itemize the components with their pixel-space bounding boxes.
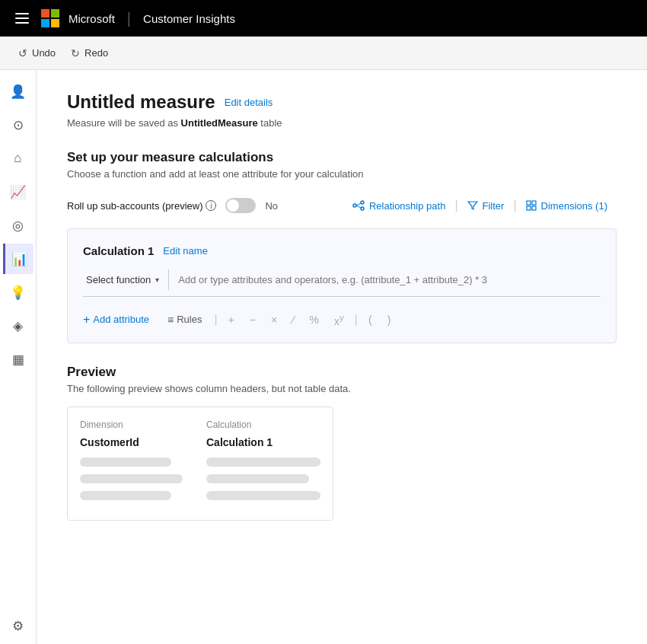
main-layout: 👤 ⊙ ⌂ 📈 ◎ 📊 💡 ◈ ▦ ⚙ <box>0 70 647 644</box>
sidebar-item-people[interactable]: 👤 <box>3 76 33 107</box>
settings-icon: ⚙ <box>12 618 24 634</box>
redo-button[interactable]: ↻ Redo <box>65 44 114 62</box>
sidebar-item-home[interactable]: ⌂ <box>3 143 33 174</box>
dimensions-icon <box>526 200 537 211</box>
preview-columns: Dimension CustomerId Calculation Calcula… <box>80 419 320 508</box>
formula-input[interactable] <box>169 269 601 290</box>
rules-button[interactable]: ≡ Rules <box>161 311 208 329</box>
analytics-icon: 📈 <box>10 184 26 200</box>
globe-icon: ◎ <box>12 218 24 234</box>
bulb-icon: 💡 <box>10 285 26 301</box>
select-function-dropdown[interactable]: Select function ▾ <box>83 269 169 290</box>
filter-button[interactable]: Filter <box>458 196 514 216</box>
filter-label: Filter <box>483 200 505 212</box>
rollup-row: Roll up sub-accounts (preview) i No Rela… <box>67 195 617 216</box>
skeleton-row-1b <box>206 457 320 467</box>
dimensions-button[interactable]: Dimensions (1) <box>517 196 617 216</box>
sidebar-item-globe[interactable]: ◎ <box>3 210 33 241</box>
section-subtitle: Choose a function and add at least one a… <box>67 168 617 180</box>
person-icon: 👤 <box>10 84 26 100</box>
calc-header: Calculation 1 Edit name <box>83 244 601 257</box>
product-name: Customer Insights <box>143 12 235 25</box>
sidebar-item-data[interactable]: ▦ <box>3 344 33 375</box>
relationship-path-button[interactable]: Relationship path <box>343 195 454 216</box>
svg-point-1 <box>361 201 364 204</box>
op-multiply-button[interactable]: × <box>266 311 282 329</box>
calc-toolbar: + Add attribute ≡ Rules | + − × ∕ % xy |… <box>83 306 601 330</box>
microsoft-logo <box>41 9 59 27</box>
svg-point-0 <box>353 204 356 207</box>
subtitle: Measure will be saved as UntitledMeasure… <box>67 117 617 129</box>
preview-calculation-col: Calculation Calculation 1 <box>206 419 320 508</box>
preview-dimension-col: Dimension CustomerId <box>80 419 194 508</box>
chevron-down-icon: ▾ <box>155 276 159 284</box>
op-lparen-button[interactable]: ( <box>364 311 377 329</box>
op-plus-button[interactable]: + <box>224 311 239 329</box>
calc-inputs-row: Select function ▾ <box>83 269 601 297</box>
add-attribute-button[interactable]: + Add attribute <box>83 310 155 330</box>
page-title-row: Untitled measure Edit details <box>67 91 617 113</box>
subtitle-table: UntitledMeasure <box>181 117 258 129</box>
rollup-label-text: Roll up sub-accounts (preview) <box>67 200 202 212</box>
filter-icon <box>467 200 478 211</box>
op-power-button[interactable]: xy <box>330 309 349 330</box>
subtitle-prefix: Measure will be saved as <box>67 117 181 129</box>
svg-point-2 <box>361 207 364 210</box>
sidebar-item-bulb[interactable]: 💡 <box>3 277 33 308</box>
preview-dimension-value: CustomerId <box>80 436 194 448</box>
op-rparen-button[interactable]: ) <box>383 311 396 329</box>
rollup-info-icon[interactable]: i <box>206 200 216 211</box>
sidebar-item-settings[interactable]: ⚙ <box>3 614 33 644</box>
redo-label: Redo <box>84 47 108 59</box>
rollup-toggle[interactable] <box>225 198 256 213</box>
svg-rect-7 <box>527 206 531 210</box>
add-attribute-label: Add attribute <box>93 314 149 325</box>
sidebar: 👤 ⊙ ⌂ 📈 ◎ 📊 💡 ◈ ▦ ⚙ <box>0 70 37 644</box>
svg-line-4 <box>356 206 361 208</box>
relationship-path-icon <box>352 199 365 212</box>
skeleton-row-1a <box>80 457 171 467</box>
subtitle-suffix: table <box>258 117 282 129</box>
edit-name-link[interactable]: Edit name <box>163 245 208 257</box>
enrichment-icon: ◈ <box>13 318 23 334</box>
action-buttons: Relationship path | Filter | <box>343 195 617 216</box>
data-icon: ▦ <box>12 352 24 368</box>
app-name: Microsoft <box>69 12 115 25</box>
skeleton-row-3b <box>206 491 320 500</box>
skeleton-row-2b <box>206 474 309 483</box>
skeleton-row-3a <box>80 491 171 500</box>
sidebar-item-segments[interactable]: ⊙ <box>3 110 33 140</box>
preview-title: Preview <box>67 365 617 380</box>
plus-icon: + <box>83 313 90 327</box>
nav-divider: | <box>127 10 131 27</box>
top-navigation: Microsoft | Customer Insights <box>0 0 647 37</box>
calc-title: Calculation 1 <box>83 244 154 257</box>
undo-label: Undo <box>32 47 56 59</box>
calculation-card: Calculation 1 Edit name Select function … <box>67 228 617 343</box>
skeleton-row-2a <box>80 474 183 483</box>
hamburger-menu[interactable] <box>12 10 32 27</box>
preview-calculation-value: Calculation 1 <box>206 436 320 448</box>
svg-rect-5 <box>527 201 531 205</box>
op-percent-button[interactable]: % <box>305 311 324 329</box>
rules-label: Rules <box>177 314 202 325</box>
sidebar-item-enrichment[interactable]: ◈ <box>3 311 33 341</box>
redo-icon: ↻ <box>71 47 80 59</box>
home-icon: ⌂ <box>14 151 21 166</box>
toolbar: ↺ Undo ↻ Redo <box>0 37 647 70</box>
content-area: Untitled measure Edit details Measure wi… <box>37 70 647 644</box>
preview-table: Dimension CustomerId Calculation Calcula… <box>67 406 333 521</box>
sidebar-item-analytics[interactable]: 📈 <box>3 177 33 207</box>
op-divide-button[interactable]: ∕ <box>288 311 298 329</box>
svg-rect-8 <box>532 206 536 210</box>
select-function-label: Select function <box>86 274 151 285</box>
op-minus-button[interactable]: − <box>245 311 260 329</box>
undo-button[interactable]: ↺ Undo <box>12 44 62 62</box>
undo-icon: ↺ <box>18 47 27 59</box>
rollup-label: Roll up sub-accounts (preview) i <box>67 200 216 212</box>
svg-line-3 <box>356 203 361 206</box>
sidebar-item-chart[interactable]: 📊 <box>3 244 33 274</box>
edit-details-link[interactable]: Edit details <box>225 97 273 108</box>
relationship-path-label: Relationship path <box>369 200 445 212</box>
preview-dimension-header: Dimension <box>80 419 194 430</box>
